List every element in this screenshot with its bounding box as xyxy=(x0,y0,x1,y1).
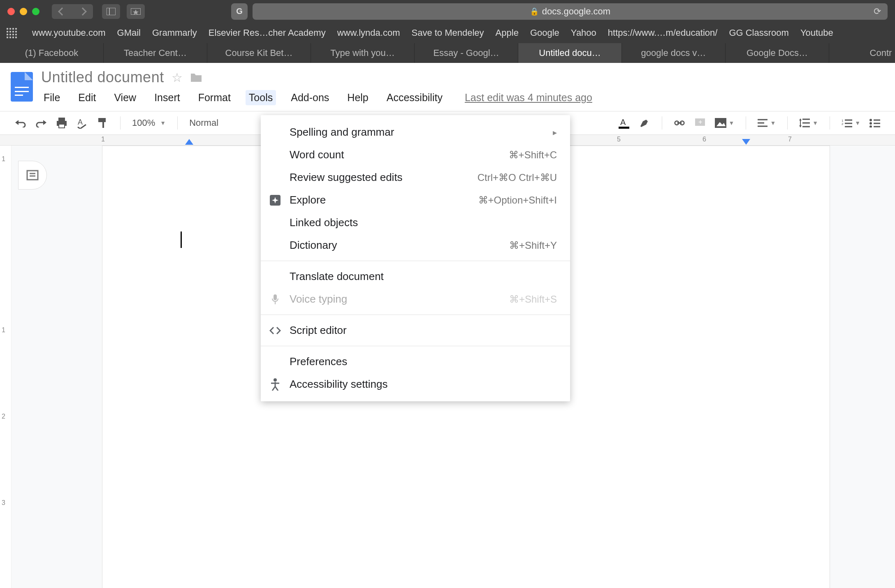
menu-item-label: Review suggested edits xyxy=(290,171,403,184)
browser-tab[interactable]: Contr xyxy=(829,43,895,63)
svg-rect-44 xyxy=(274,294,277,300)
numbered-list-button[interactable]: 12 ▼ xyxy=(842,118,860,127)
move-folder-icon[interactable] xyxy=(190,72,202,83)
menu-item-label: Explore xyxy=(290,194,326,206)
browser-tab[interactable]: Google Docs… xyxy=(726,43,829,63)
svg-text:2: 2 xyxy=(842,122,844,126)
browser-tab-active[interactable]: Untitled docu… xyxy=(518,43,622,63)
sidebar-toggle-button[interactable] xyxy=(102,4,120,19)
insert-link-button[interactable] xyxy=(674,117,685,129)
menu-item-review-suggested-edits[interactable]: Review suggested edits Ctrl+⌘O Ctrl+⌘U xyxy=(261,166,570,189)
menu-item-word-count[interactable]: Word count ⌘+Shift+C xyxy=(261,144,570,166)
bookmark-item[interactable]: Yahoo xyxy=(571,28,596,38)
bookmark-item[interactable]: https://www.…m/education/ xyxy=(608,28,718,38)
line-spacing-button[interactable]: ▼ xyxy=(799,118,818,127)
ruler-number: 1 xyxy=(101,136,105,143)
bookmark-item[interactable]: Save to Mendeley xyxy=(412,28,484,38)
browser-tab[interactable]: Course Kit Bet… xyxy=(207,43,311,63)
menu-item-script-editor[interactable]: Script editor xyxy=(261,319,570,342)
browser-tab[interactable]: Type with you… xyxy=(311,43,415,63)
indent-marker-left[interactable] xyxy=(185,139,193,145)
menu-insert[interactable]: Insert xyxy=(151,90,183,105)
back-button[interactable] xyxy=(52,4,72,19)
svg-point-35 xyxy=(869,125,872,127)
browser-tab[interactable]: Essay - Googl… xyxy=(415,43,518,63)
close-window-button[interactable] xyxy=(7,8,15,15)
vruler-number: 3 xyxy=(2,499,5,507)
menu-format[interactable]: Format xyxy=(195,90,234,105)
bookmark-item[interactable]: Youtube xyxy=(800,28,833,38)
paint-format-button[interactable] xyxy=(97,117,109,129)
forward-button[interactable] xyxy=(72,4,93,19)
redo-button[interactable] xyxy=(35,117,47,129)
bookmark-item[interactable]: GG Classroom xyxy=(729,28,788,38)
svg-marker-4 xyxy=(15,120,19,125)
menu-item-label: Preferences xyxy=(290,355,347,368)
undo-button[interactable] xyxy=(15,117,26,129)
keyboard-shortcut: ⌘+Shift+S xyxy=(509,294,557,305)
bookmark-item[interactable]: Apple xyxy=(496,28,519,38)
bookmark-item[interactable]: Elsevier Res…cher Academy xyxy=(209,28,326,38)
chevron-down-icon: ▼ xyxy=(770,120,776,126)
bookmark-item[interactable]: Grammarly xyxy=(152,28,197,38)
svg-line-49 xyxy=(272,387,275,391)
top-sites-button[interactable] xyxy=(127,4,145,19)
menu-item-translate-document[interactable]: Translate document xyxy=(261,265,570,288)
print-button[interactable] xyxy=(56,117,67,129)
menu-item-preferences[interactable]: Preferences xyxy=(261,350,570,373)
menu-accessibility[interactable]: Accessibility xyxy=(383,90,446,105)
chevron-down-icon: ▼ xyxy=(729,120,735,126)
zoom-select[interactable]: 100% ▼ xyxy=(132,118,166,128)
outline-toggle-button[interactable] xyxy=(18,161,47,190)
browser-tab[interactable]: Teacher Cent… xyxy=(104,43,207,63)
paragraph-style-select[interactable]: Normal xyxy=(189,118,218,128)
apps-icon[interactable] xyxy=(7,28,16,38)
menu-addons[interactable]: Add-ons xyxy=(288,90,332,105)
browser-tab[interactable]: (1) Facebook xyxy=(0,43,104,63)
docs-logo-icon[interactable] xyxy=(11,72,33,102)
chevron-down-icon: ▼ xyxy=(812,120,818,126)
bookmark-item[interactable]: GMail xyxy=(117,28,141,38)
url-text: docs.google.com xyxy=(542,6,610,17)
text-cursor xyxy=(181,231,182,248)
menu-item-explore[interactable]: Explore ⌘+Option+Shift+I xyxy=(261,189,570,211)
document-title-input[interactable]: Untitled document xyxy=(41,69,164,86)
bulleted-list-button[interactable] xyxy=(869,118,880,127)
bookmark-item[interactable]: www.youtube.com xyxy=(32,28,106,38)
browser-tab[interactable]: google docs v… xyxy=(622,43,726,63)
insert-comment-button[interactable]: + xyxy=(694,117,706,129)
minimize-window-button[interactable] xyxy=(20,8,27,15)
menu-file[interactable]: File xyxy=(40,90,63,105)
menu-help[interactable]: Help xyxy=(344,90,371,105)
grammarly-extension-icon[interactable]: G xyxy=(231,3,248,20)
star-icon[interactable]: ☆ xyxy=(172,70,183,85)
explore-icon xyxy=(269,194,281,206)
menu-bar: File Edit View Insert Format Tools Add-o… xyxy=(40,90,592,105)
menu-item-dictionary[interactable]: Dictionary ⌘+Shift+Y xyxy=(261,234,570,257)
last-edit-link[interactable]: Last edit was 4 minutes ago xyxy=(465,92,592,104)
insert-image-button[interactable]: ▼ xyxy=(715,118,735,128)
vruler-number: 2 xyxy=(2,413,5,420)
menu-tools[interactable]: Tools xyxy=(246,90,276,105)
menu-item-accessibility-settings[interactable]: Accessibility settings xyxy=(261,373,570,396)
reload-button[interactable]: ⟳ xyxy=(874,6,881,17)
address-bar[interactable]: 🔒 docs.google.com ⟳ xyxy=(253,3,888,20)
highlight-button[interactable] xyxy=(639,117,650,129)
indent-marker-right[interactable] xyxy=(742,139,750,145)
maximize-window-button[interactable] xyxy=(32,8,39,15)
text-color-button[interactable]: A xyxy=(618,117,630,129)
align-button[interactable]: ▼ xyxy=(758,119,776,127)
menu-item-linked-objects[interactable]: Linked objects xyxy=(261,211,570,234)
bookmark-item[interactable]: Google xyxy=(530,28,559,38)
menu-separator xyxy=(261,261,570,261)
tools-dropdown-menu: Spelling and grammar ▸ Word count ⌘+Shif… xyxy=(261,115,570,401)
ruler-number: 5 xyxy=(617,136,621,143)
svg-text:A: A xyxy=(620,118,626,127)
svg-rect-8 xyxy=(59,124,65,128)
menu-item-spelling-grammar[interactable]: Spelling and grammar ▸ xyxy=(261,121,570,144)
menu-edit[interactable]: Edit xyxy=(75,90,99,105)
vertical-ruler[interactable]: 1 1 2 3 xyxy=(0,146,12,588)
bookmark-item[interactable]: www.lynda.com xyxy=(337,28,400,38)
menu-view[interactable]: View xyxy=(111,90,139,105)
spellcheck-button[interactable]: A xyxy=(77,117,88,129)
